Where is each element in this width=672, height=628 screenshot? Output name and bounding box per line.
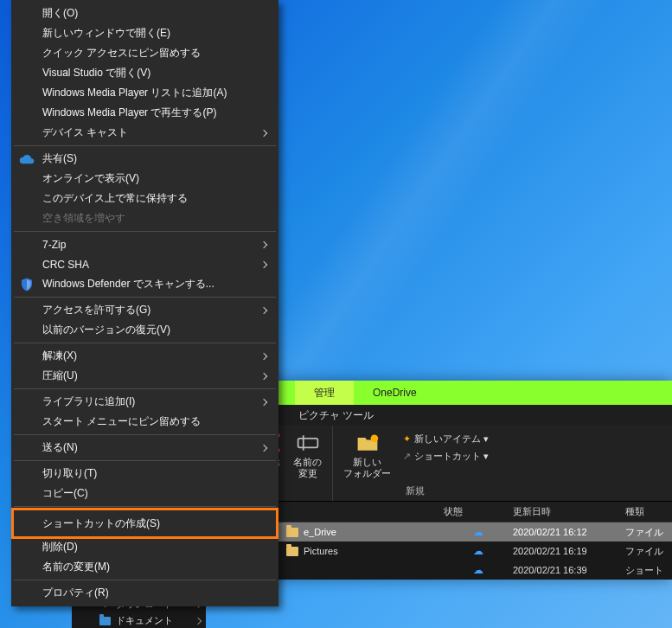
nav-documents[interactable]: ドキュメント [72,612,206,628]
ctx-share[interactable]: 共有(S) [13,149,277,169]
ctx-create-shortcut[interactable]: ショートカットの作成(S) [13,509,277,537]
col-date[interactable]: 更新日時 [513,505,625,518]
ribbon-group-new: 新規 [338,483,492,499]
shield-icon [19,277,35,292]
cloud-status-icon: ☁ [473,526,483,538]
separator [14,506,276,507]
ctx-open[interactable]: 開く(O) [13,3,277,23]
chevron-right-icon [260,129,267,136]
ctx-properties[interactable]: プロパティ(R) [13,583,277,603]
ctx-defender-scan[interactable]: Windows Defender でスキャンする... [13,274,277,294]
ctx-cut[interactable]: 切り取り(T) [13,464,277,484]
ribbon-new-item[interactable]: ✦ 新しいアイテム ▾ [400,431,492,446]
separator [14,297,276,298]
chevron-right-icon [260,240,267,247]
window-title: OneDrive [354,381,436,405]
svg-rect-1 [298,439,317,448]
ctx-open-new-window[interactable]: 新しいウィンドウで開く(E) [13,23,277,43]
sparkle-icon: ✦ [403,433,411,445]
folder-icon [286,547,298,556]
ctx-device-cast[interactable]: デバイス キャスト [13,123,277,143]
ctx-wmp-add[interactable]: Windows Media Player リストに追加(A) [13,83,277,103]
ctx-pin-start[interactable]: スタート メニューにピン留めする [13,412,277,432]
ctx-extract[interactable]: 解凍(X) [13,346,277,366]
cloud-status-icon: ☁ [473,545,483,557]
separator [14,580,276,580]
separator [14,231,276,232]
chevron-right-icon [260,260,267,267]
rename-icon [296,431,320,455]
ctx-delete[interactable]: 削除(D) [13,537,277,557]
tab-manage[interactable]: 管理 [295,381,354,405]
ctx-open-vs[interactable]: Visual Studio で開く(V) [13,63,277,83]
chevron-right-icon [260,444,267,451]
ribbon-rename[interactable]: 名前の 変更 [288,427,327,479]
ctx-copy[interactable]: コピー(C) [13,484,277,503]
ribbon-new-shortcut[interactable]: ↗ ショートカット ▾ [400,448,492,464]
new-folder-icon [355,431,380,455]
col-type[interactable]: 種類 [625,505,672,518]
ctx-sendto[interactable]: 送る(N) [13,438,277,458]
ctx-wmp-play[interactable]: Windows Media Player で再生する(P) [13,103,277,123]
ribbon-new-folder[interactable]: 新しい フォルダー [338,427,396,479]
folder-icon [99,617,111,625]
context-menu: 開く(O) 新しいウィンドウで開く(E) クイック アクセスにピン留めする Vi… [11,0,278,606]
ctx-view-online[interactable]: オンラインで表示(V) [13,169,277,189]
ctx-crc-sha[interactable]: CRC SHA [13,254,277,274]
shortcut-icon: ↗ [403,451,411,462]
chevron-right-icon [260,352,267,359]
cloud-status-icon: ☁ [473,564,483,576]
chevron-right-icon [260,306,267,313]
cloud-icon [19,151,35,167]
ctx-rename[interactable]: 名前の変更(M) [13,557,277,577]
separator [14,388,276,389]
separator [14,434,276,435]
separator [14,343,276,343]
col-status[interactable]: 状態 [444,505,513,518]
chevron-right-icon [260,398,267,405]
folder-icon [286,528,298,537]
chevron-right-icon [195,617,202,624]
ctx-free-up-space: 空き領域を増やす [13,208,277,228]
separator [14,460,276,461]
ctx-restore-previous[interactable]: 以前のバージョンの復元(V) [13,320,277,340]
ctx-keep-on-device[interactable]: このデバイス上で常に保持する [13,189,277,208]
svg-point-3 [370,434,378,442]
separator [14,145,276,146]
ctx-compress[interactable]: 圧縮(U) [13,366,277,386]
ctx-pin-quick-access[interactable]: クイック アクセスにピン留めする [13,43,277,63]
ctx-add-library[interactable]: ライブラリに追加(I) [13,392,277,412]
chevron-right-icon [260,372,267,379]
ctx-give-access[interactable]: アクセスを許可する(G) [13,300,277,320]
ctx-7zip[interactable]: 7-Zip [13,234,277,254]
